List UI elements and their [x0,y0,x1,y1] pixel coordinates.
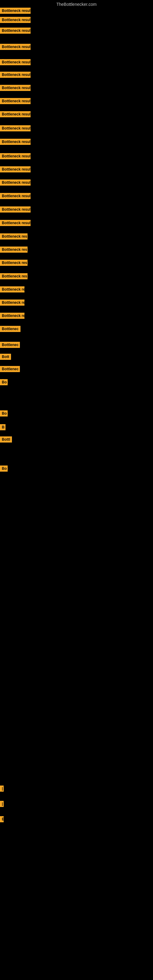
bottleneck-badge-wrapper-16: Bottleneck result [0,207,30,214]
bottleneck-badge-wrapper-21: Bottleneck res [0,273,27,280]
bottleneck-badge-wrapper-32: Bottl [0,436,12,444]
bottleneck-badge[interactable]: Bott [0,354,11,360]
bottleneck-badge-wrapper-15: Bottleneck result [0,193,30,200]
bottleneck-badge[interactable]: Bottleneck re [0,299,24,305]
bottleneck-badge-wrapper-35: | [0,801,4,808]
bottleneck-badge[interactable]: Bottleneck result [0,166,30,172]
bottleneck-badge-wrapper-11: Bottleneck result [0,139,30,146]
bottleneck-badge-wrapper-22: Bottleneck re [0,286,24,294]
bottleneck-badge-wrapper-23: Bottleneck re [0,299,24,307]
bottleneck-badge-wrapper-10: Bottleneck result [0,125,30,133]
bottleneck-badge-wrapper-5: Bottleneck result [0,59,30,67]
bottleneck-badge-wrapper-18: Bottleneck res [0,233,27,241]
bottleneck-badge-wrapper-30: Bo [0,410,8,418]
bottleneck-badge[interactable]: E [0,816,4,822]
bottleneck-badge-wrapper-17: Bottleneck result [0,220,30,227]
bottleneck-badge[interactable]: Bottleneck res [0,233,27,240]
bottleneck-badge[interactable]: Bottleneck result [0,85,30,91]
bottleneck-badge-wrapper-4: Bottleneck result [0,44,30,51]
bottleneck-badge[interactable]: Bottleneck result [0,17,30,23]
bottleneck-badge[interactable]: Bottleneck result [0,8,30,14]
bottleneck-badge[interactable]: Bottleneck re [0,286,24,293]
bottleneck-badge[interactable]: Bottleneck result [0,207,30,213]
bottleneck-badge-wrapper-20: Bottleneck res [0,260,27,267]
bottleneck-badge[interactable]: | [0,786,4,792]
bottleneck-badge-wrapper-28: Bottlenec [0,366,20,373]
bottleneck-badge-wrapper-29: Bo [0,379,8,387]
bottleneck-badge[interactable]: Bottleneck res [0,260,27,266]
site-title: TheBottlenecker.com [0,0,153,9]
bottleneck-badge[interactable]: Bottl [0,436,12,442]
bottleneck-badge[interactable]: | [0,801,4,807]
bottleneck-badge-wrapper-1: Bottleneck result [0,8,30,15]
bottleneck-badge-wrapper-14: Bottleneck result [0,180,30,187]
bottleneck-badge[interactable]: Bo [0,379,8,385]
bottleneck-badge[interactable]: Bottleneck result [0,59,30,65]
bottleneck-badge-wrapper-7: Bottleneck result [0,85,30,92]
bottleneck-badge[interactable]: Bottleneck result [0,193,30,199]
bottleneck-badge[interactable]: Bottleneck result [0,125,30,131]
bottleneck-badge[interactable]: Bottlenec [0,342,20,348]
bottleneck-badge-wrapper-12: Bottleneck result [0,153,30,161]
bottleneck-badge-wrapper-8: Bottleneck result [0,98,30,105]
bottleneck-badge[interactable]: Bottleneck result [0,139,30,145]
bottleneck-badge-wrapper-26: Bottlenec [0,342,20,349]
bottleneck-badge[interactable]: Bo [0,410,8,417]
bottleneck-badge[interactable]: Bottleneck result [0,153,30,159]
bottleneck-badge-wrapper-27: Bott [0,354,11,361]
bottleneck-badge[interactable]: Bottleneck res [0,247,27,253]
bottleneck-badge-wrapper-25: Bottlenec [0,326,21,333]
bottleneck-badge-wrapper-31: B [0,424,5,431]
bottleneck-badge[interactable]: Bottleneck result [0,111,30,117]
bottleneck-badge-wrapper-34: | [0,786,4,793]
bottleneck-badge[interactable]: Bottleneck res [0,273,27,279]
bottleneck-badge-wrapper-33: Bo [0,466,8,473]
bottleneck-badge[interactable]: Bottleneck result [0,27,30,34]
bottleneck-badge[interactable]: Bottleneck result [0,72,30,78]
bottleneck-badge-wrapper-3: Bottleneck result [0,27,30,35]
bottleneck-badge[interactable]: Bottleneck result [0,44,30,50]
bottleneck-badge-wrapper-2: Bottleneck result [0,17,30,24]
bottleneck-badge-wrapper-24: Bottleneck re [0,313,24,320]
bottleneck-badge-wrapper-6: Bottleneck result [0,72,30,79]
bottleneck-badge[interactable]: Bottlenec [0,326,21,332]
bottleneck-badge[interactable]: B [0,424,5,430]
bottleneck-badge[interactable]: Bottleneck result [0,98,30,104]
bottleneck-badge[interactable]: Bo [0,466,8,472]
bottleneck-badge-wrapper-13: Bottleneck result [0,166,30,173]
bottleneck-badge-wrapper-19: Bottleneck res [0,247,27,254]
bottleneck-badge-wrapper-36: E [0,816,4,824]
bottleneck-badge[interactable]: Bottleneck result [0,180,30,186]
bottleneck-badge[interactable]: Bottleneck re [0,313,24,319]
bottleneck-badge[interactable]: Bottleneck result [0,220,30,226]
bottleneck-badge[interactable]: Bottlenec [0,366,20,372]
bottleneck-badge-wrapper-9: Bottleneck result [0,111,30,119]
